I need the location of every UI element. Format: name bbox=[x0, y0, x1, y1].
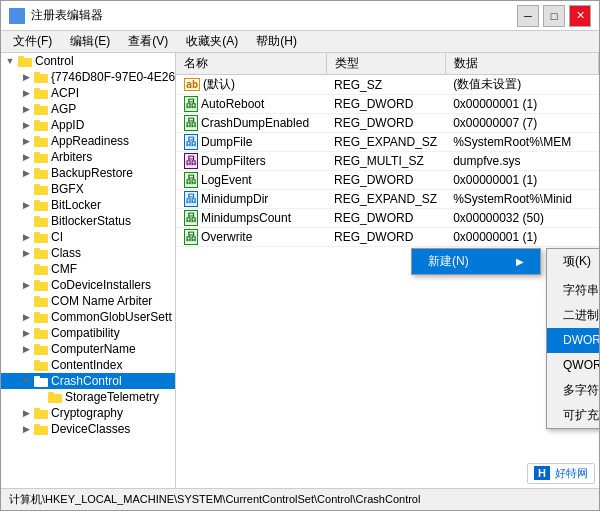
svg-rect-24 bbox=[34, 218, 48, 227]
tree-label: COM Name Arbiter bbox=[51, 294, 152, 308]
table-row[interactable]: 品 LogEventREG_DWORD0x00000001 (1) bbox=[176, 171, 599, 190]
svg-rect-7 bbox=[34, 72, 40, 75]
tree-item-codeviceinstallers[interactable]: ▶ CoDeviceInstallers bbox=[1, 277, 175, 293]
menu-item[interactable]: 查看(V) bbox=[120, 31, 176, 52]
tree-item-crashcontrol[interactable]: ▼ CrashControl bbox=[1, 373, 175, 389]
tree-item-class[interactable]: ▶ Class bbox=[1, 245, 175, 261]
reg-type-cell: REG_DWORD bbox=[326, 171, 445, 190]
tree-label: Arbiters bbox=[51, 150, 92, 164]
submenu-item-binary[interactable]: 二进制值(B) bbox=[547, 303, 599, 328]
tree-item-agp[interactable]: ▶ AGP bbox=[1, 101, 175, 117]
tree-item-appreadiness[interactable]: ▶ AppReadiness bbox=[1, 133, 175, 149]
col-data: 数据 bbox=[445, 53, 598, 75]
submenu-item-expandstring[interactable]: 可扩充字符串值(E) bbox=[547, 403, 599, 428]
svg-rect-1 bbox=[18, 9, 24, 15]
tree-item-deviceclasses[interactable]: ▶ DeviceClasses bbox=[1, 421, 175, 437]
table-row[interactable]: 品 MinidumpDirREG_EXPAND_SZ%SystemRoot%\M… bbox=[176, 190, 599, 209]
submenu-item-multistring[interactable]: 多字符串值(M) bbox=[547, 378, 599, 403]
tree-item-bitlocker[interactable]: ▶ BitLocker bbox=[1, 197, 175, 213]
tree-item-bgfx[interactable]: BGFX bbox=[1, 181, 175, 197]
tree-label: CoDeviceInstallers bbox=[51, 278, 151, 292]
tree-item-control[interactable]: ▼ Control bbox=[1, 53, 175, 69]
table-row[interactable]: 品 DumpFiltersREG_MULTI_SZdumpfve.sys bbox=[176, 152, 599, 171]
folder-icon bbox=[33, 86, 49, 100]
tree-item-cryptography[interactable]: ▶ Cryptography bbox=[1, 405, 175, 421]
table-row[interactable]: 品 MinidumpsCountREG_DWORD0x00000032 (50) bbox=[176, 209, 599, 228]
expand-icon: ▶ bbox=[19, 70, 33, 84]
tree-label: Compatibility bbox=[51, 326, 120, 340]
table-row[interactable]: 品 OverwriteREG_DWORD0x00000001 (1) bbox=[176, 228, 599, 247]
reg-name-cell: 品 AutoReboot bbox=[176, 95, 326, 114]
tree-item-arbiters[interactable]: ▶ Arbiters bbox=[1, 149, 175, 165]
svg-rect-13 bbox=[34, 120, 40, 123]
tree-item-storagetelemetry[interactable]: StorageTelemetry bbox=[1, 389, 175, 405]
expand-icon: ▶ bbox=[19, 198, 33, 212]
expand-icon: ▶ bbox=[19, 326, 33, 340]
maximize-button[interactable]: □ bbox=[543, 5, 565, 27]
submenu-item-string[interactable]: 字符串值(S) bbox=[547, 278, 599, 303]
tree-panel[interactable]: ▼ Control ▶ {7746D80F-97E0-4E26-... ▶ AC… bbox=[1, 53, 176, 488]
svg-rect-41 bbox=[34, 344, 40, 347]
tree-item-computername[interactable]: ▶ ComputerName bbox=[1, 341, 175, 357]
tree-item-bitlockerstatus[interactable]: BitlockerStatus bbox=[1, 213, 175, 229]
table-row[interactable]: 品 CrashDumpEnabledREG_DWORD0x00000007 (7… bbox=[176, 114, 599, 133]
reg-type-cell: REG_EXPAND_SZ bbox=[326, 133, 445, 152]
svg-rect-2 bbox=[10, 17, 16, 23]
svg-rect-32 bbox=[34, 282, 48, 291]
tree-item-compatibility[interactable]: ▶ Compatibility bbox=[1, 325, 175, 341]
folder-icon bbox=[33, 310, 49, 324]
tree-item-guid[interactable]: ▶ {7746D80F-97E0-4E26-... bbox=[1, 69, 175, 85]
folder-icon bbox=[33, 374, 49, 388]
svg-rect-14 bbox=[34, 138, 48, 147]
svg-rect-33 bbox=[34, 280, 40, 283]
tree-item-acpi[interactable]: ▶ ACPI bbox=[1, 85, 175, 101]
svg-rect-43 bbox=[34, 360, 40, 363]
tree-item-cmf[interactable]: CMF bbox=[1, 261, 175, 277]
registry-table: 名称 类型 数据 ab (默认)REG_SZ(数值未设置)品 AutoReboo… bbox=[176, 53, 599, 247]
folder-icon bbox=[33, 230, 49, 244]
expand-icon: ▶ bbox=[19, 406, 33, 420]
folder-icon bbox=[33, 262, 49, 276]
menu-item[interactable]: 收藏夹(A) bbox=[178, 31, 246, 52]
expand-icon: ▶ bbox=[19, 422, 33, 436]
expand-icon bbox=[19, 182, 33, 196]
table-row[interactable]: 品 AutoRebootREG_DWORD0x00000001 (1) bbox=[176, 95, 599, 114]
watermark-text: 好特网 bbox=[555, 467, 588, 479]
context-menu: 新建(N) ▶ bbox=[411, 248, 541, 275]
tree-item-comname[interactable]: COM Name Arbiter bbox=[1, 293, 175, 309]
expand-icon: ▶ bbox=[19, 246, 33, 260]
svg-rect-22 bbox=[34, 202, 48, 211]
reg-name-cell: 品 DumpFilters bbox=[176, 152, 326, 171]
table-row[interactable]: 品 DumpFileREG_EXPAND_SZ%SystemRoot%\MEM bbox=[176, 133, 599, 152]
svg-rect-5 bbox=[18, 56, 24, 59]
menu-item[interactable]: 编辑(E) bbox=[62, 31, 118, 52]
expand-icon: ▶ bbox=[19, 150, 33, 164]
svg-rect-0 bbox=[10, 9, 16, 15]
reg-type-cell: REG_DWORD bbox=[326, 209, 445, 228]
tree-item-appid[interactable]: ▶ AppID bbox=[1, 117, 175, 133]
submenu-item-dword32[interactable]: DWORD (32 位)值(D) bbox=[547, 328, 599, 353]
svg-rect-20 bbox=[34, 186, 48, 195]
svg-rect-50 bbox=[34, 426, 48, 435]
table-row[interactable]: ab (默认)REG_SZ(数值未设置) bbox=[176, 75, 599, 95]
folder-icon bbox=[33, 294, 49, 308]
menu-item[interactable]: 帮助(H) bbox=[248, 31, 305, 52]
folder-icon bbox=[33, 150, 49, 164]
tree-item-ci[interactable]: ▶ CI bbox=[1, 229, 175, 245]
context-menu-new[interactable]: 新建(N) ▶ bbox=[412, 249, 540, 274]
tree-label: ACPI bbox=[51, 86, 79, 100]
tree-item-commonglob[interactable]: ▶ CommonGlobUserSett bbox=[1, 309, 175, 325]
tree-item-contentindex[interactable]: ContentIndex bbox=[1, 357, 175, 373]
tree-item-backuprestore[interactable]: ▶ BackupRestore bbox=[1, 165, 175, 181]
svg-rect-27 bbox=[34, 232, 40, 235]
reg-data-cell: %SystemRoot%\MEM bbox=[445, 133, 598, 152]
menu-item[interactable]: 文件(F) bbox=[5, 31, 60, 52]
minimize-button[interactable]: ─ bbox=[517, 5, 539, 27]
title-bar: 注册表编辑器 ─ □ ✕ bbox=[1, 1, 599, 31]
submenu-item-qword64[interactable]: QWORD (64 位)值(Q) bbox=[547, 353, 599, 378]
tree-label: BackupRestore bbox=[51, 166, 133, 180]
svg-rect-35 bbox=[34, 296, 40, 299]
submenu-item-key[interactable]: 项(K) bbox=[547, 249, 599, 274]
close-button[interactable]: ✕ bbox=[569, 5, 591, 27]
svg-rect-51 bbox=[34, 424, 40, 427]
